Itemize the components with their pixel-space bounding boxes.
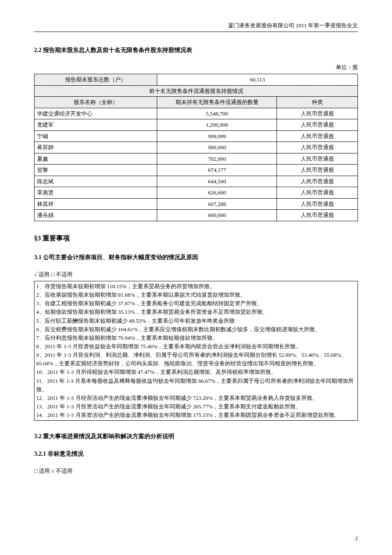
- section-3-title: §3 重要事项: [34, 233, 358, 243]
- reason-item: 7、应付利息报告期末较期初增加 70.94%，主要系本期短期借款增加所致。: [36, 334, 356, 342]
- col-name-header: 股东名称（全称）: [35, 97, 157, 108]
- shareholder-type: 人民币普通股: [277, 130, 358, 142]
- reason-item: 14、2011 年 1-3 月筹资活动产生的现金流量净额较去年同期增加 175.…: [36, 411, 356, 419]
- shareholder-shares: 5,548,700: [157, 108, 277, 119]
- shareholder-type: 人民币普通股: [277, 198, 358, 210]
- table-row: 宁岫999,099人民币普通股: [35, 130, 358, 142]
- top10-header: 前十名无限售条件流通股股东持股情况: [35, 85, 358, 97]
- shareholder-name: 夏鑫: [35, 153, 157, 165]
- shareholder-shares: 702,900: [157, 153, 277, 165]
- reason-item: 6、应交税费报告期末较期初减少 104.61%，主要系应交增值税期末数比期初数减…: [36, 325, 356, 334]
- shareholder-type: 人民币普通股: [277, 165, 358, 176]
- shareholder-type: 人民币普通股: [277, 108, 358, 119]
- reason-item: 12、2011 年 1-3 月经营活动产生的现金流量净额较去年同期减少 723.…: [36, 394, 356, 402]
- section-2-2-title: 2.2 报告期末股东总人数及前十名无限售条件股东持股情况表: [34, 46, 358, 55]
- reason-item: 9、2011 年 1-3 月营业利润、利润总额、净利润、归属于母公司所有者的净利…: [36, 351, 356, 368]
- reason-item: 3、在建工程报告期末较期初减少 37.87%，主要系船务公司建造完成船舶结转固定…: [36, 299, 356, 308]
- reason-item: 5、应付职工薪酬报告期末较期初减少 49.53%，主要系公司年初发放年终奖金所致: [36, 317, 356, 325]
- applicability-3-1: √ 适用 □ 不适用: [34, 270, 358, 279]
- table-row: 党建军1,200,000人民币普通股: [35, 119, 358, 131]
- shareholder-name: 蒋苏静: [35, 142, 157, 153]
- shareholder-name: 贺黎: [35, 165, 157, 176]
- shareholder-type: 人民币普通股: [277, 176, 358, 187]
- shareholder-type: 人民币普通股: [277, 153, 358, 165]
- reasons-box: 1、存货报告期末较期初增加 118.15%，主要系贸易业务的存货增加所致。2、应…: [34, 281, 358, 421]
- reason-item: 8、2011 年 1-3 月投资收益较去年同期增加 75.46%，主要系本期内联…: [36, 342, 356, 351]
- table-row: 陈志斌644,500人民币普通股: [35, 176, 358, 187]
- shareholder-type: 人民币普通股: [277, 187, 358, 199]
- shareholder-name: 华建交通经济开发中心: [35, 108, 157, 119]
- shareholder-name: 党建军: [35, 119, 157, 131]
- shareholder-shares: 999,099: [157, 130, 277, 142]
- reason-item: 4、短期借款报告期末较期初增加 35.13%，主要系本期贸易业务所需资金不足而增…: [36, 308, 356, 316]
- shareholder-shares: 1,200,000: [157, 119, 277, 131]
- shareholder-shares: 600,000: [157, 210, 277, 221]
- shareholder-table: 报告期末股东总数（户） 60,113 前十名无限售条件流通股股东持股情况 股东名…: [34, 74, 358, 221]
- shareholder-shares: 674,177: [157, 165, 277, 176]
- col-shares-header: 期末持有无限售条件流通股的数量: [157, 97, 277, 108]
- shareholder-name: 潘岳娟: [35, 210, 157, 221]
- reason-item: 10、2011 年 1-3 月所得税较去年同期增加 47.47%，主要系利润总额…: [36, 368, 356, 376]
- shareholder-name: 章惠贤: [35, 187, 157, 199]
- shareholder-name: 陈志斌: [35, 176, 157, 187]
- section-3-2-1-title: 3.2.1 非标意见情况: [34, 449, 358, 458]
- col-type-header: 种类: [277, 97, 358, 108]
- shareholder-shares: 626,600: [157, 187, 277, 199]
- reason-item: 1、存货报告期末较期初增加 118.15%，主要系贸易业务的存货增加所致。: [36, 282, 356, 291]
- reason-item: 13、2011 年 1-3 月投资活动产生的现金流量净额较去年同期减少 265.…: [36, 402, 356, 411]
- reason-item: 2、应收票据报告期末较期初增加 81.68%，主要系本期以票据方式结算货款增加所…: [36, 291, 356, 299]
- table-row: 蒋苏静900,000人民币普通股: [35, 142, 358, 153]
- shareholder-shares: 607,288: [157, 198, 277, 210]
- shareholder-shares: 644,500: [157, 176, 277, 187]
- unit-label: 单位：股: [34, 63, 358, 72]
- table-row: 章惠贤626,600人民币普通股: [35, 187, 358, 199]
- shareholder-type: 人民币普通股: [277, 119, 358, 131]
- total-shareholders-value: 60,113: [157, 74, 358, 86]
- shareholder-shares: 900,000: [157, 142, 277, 153]
- total-shareholders-label: 报告期末股东总数（户）: [35, 74, 157, 86]
- section-3-1-title: 3.1 公司主要会计报表项目、财务指标大幅度变动的情况及原因: [34, 253, 358, 262]
- shareholder-type: 人民币普通股: [277, 210, 358, 221]
- section-3-2-title: 3.2 重大事项进展情况及其影响和解决方案的分析说明: [34, 432, 358, 441]
- shareholder-name: 宁岫: [35, 130, 157, 142]
- shareholder-type: 人民币普通股: [277, 142, 358, 153]
- table-row: 夏鑫702,900人民币普通股: [35, 153, 358, 165]
- table-row: 华建交通经济开发中心5,548,700人民币普通股: [35, 108, 358, 119]
- table-row: 林其祥607,288人民币普通股: [35, 198, 358, 210]
- shareholder-name: 林其祥: [35, 198, 157, 210]
- applicability-3-2-1: □ 适用 √ 不适用: [34, 467, 358, 475]
- page-header: 厦门港务发展股份有限公司 2011 年第一季度报告全文: [34, 21, 358, 32]
- reason-item: 11、2011 年 1-3 月基本每股收益及稀释每股收益均较去年同期增加 66.…: [36, 377, 356, 394]
- table-row: 潘岳娟600,000人民币普通股: [35, 210, 358, 221]
- table-row: 贺黎674,177人民币普通股: [35, 165, 358, 176]
